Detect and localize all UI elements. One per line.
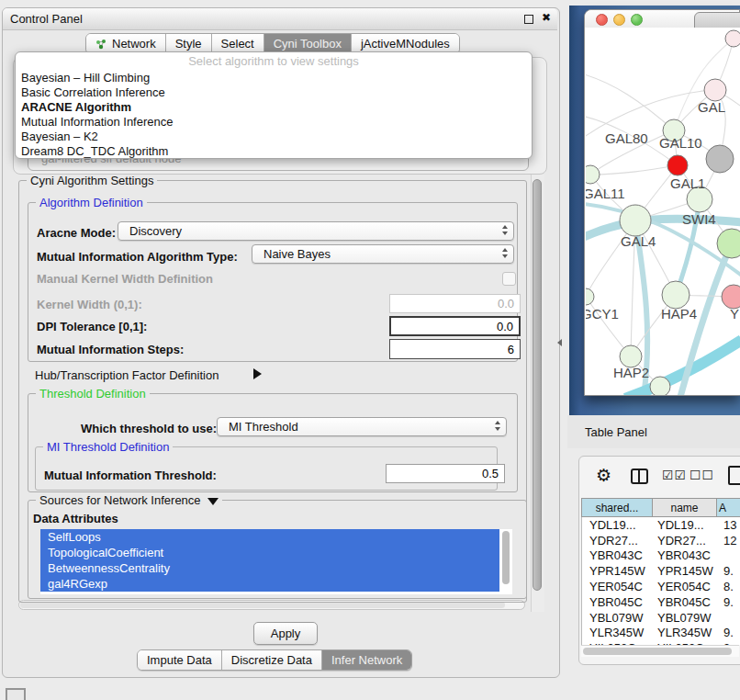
network-node-gray[interactable] bbox=[706, 145, 734, 173]
hub-expander-arrow-icon[interactable] bbox=[253, 368, 262, 379]
node-label: GAL bbox=[698, 99, 725, 115]
column-header-partial[interactable]: A bbox=[717, 498, 740, 517]
network-tab-icon bbox=[95, 39, 107, 50]
tab-discretize-data[interactable]: Discretize Data bbox=[221, 650, 321, 670]
settings-horizontal-scrollbar-thumb[interactable] bbox=[20, 602, 505, 608]
minimize-traffic-light-icon[interactable] bbox=[613, 14, 625, 26]
hub-definition-expander[interactable]: Hub/Transcription Factor Definition bbox=[35, 368, 219, 382]
attribute-item-selected[interactable]: TopologicalCoefficient bbox=[40, 545, 499, 560]
cell: YER054C bbox=[582, 580, 654, 593]
cell: 9. bbox=[718, 595, 740, 609]
aracne-mode-value: Discovery bbox=[129, 224, 182, 238]
network-node-labels: GAL80 GAL10 GAL11 GAL1 SWI4 GAL4 GCY1 HA… bbox=[586, 99, 739, 380]
node-label: GCY1 bbox=[586, 306, 619, 322]
select-none-icon[interactable]: ☐☐ bbox=[690, 468, 714, 482]
sources-legend-text: Sources for Network Inference bbox=[39, 493, 201, 507]
mi-type-combo[interactable]: Naive Bayes bbox=[252, 244, 514, 264]
zoom-traffic-light-icon[interactable] bbox=[631, 14, 643, 26]
network-window-titlebar[interactable] bbox=[585, 10, 739, 28]
kernel-width-field[interactable]: 0.0 bbox=[389, 294, 521, 313]
tab-jactivemnodules[interactable]: jActiveMNodules bbox=[351, 34, 459, 53]
panel-splitter-handle[interactable] bbox=[557, 339, 562, 346]
network-nodes[interactable] bbox=[586, 30, 740, 395]
table-horizontal-scrollbar-thumb[interactable] bbox=[583, 648, 732, 655]
network-node[interactable] bbox=[650, 377, 670, 395]
network-node[interactable] bbox=[620, 205, 651, 236]
table-row[interactable]: YBR043CYBR043C bbox=[582, 548, 740, 564]
attribute-item-selected[interactable]: SelfLoops bbox=[40, 529, 499, 545]
tab-style-label: Style bbox=[175, 37, 202, 51]
column-header-name[interactable]: name bbox=[653, 498, 717, 517]
network-node[interactable] bbox=[725, 30, 740, 47]
algorithm-option[interactable]: Bayesian – K2 bbox=[16, 130, 532, 144]
control-panel-titlebar[interactable]: Control Panel ✖ bbox=[3, 8, 557, 30]
minimized-panel-icon[interactable] bbox=[6, 688, 26, 700]
mi-threshold-legend: MI Threshold Definition bbox=[43, 440, 173, 454]
cell: YBR045C bbox=[654, 595, 718, 609]
table-panel-titlebar[interactable]: Table Panel bbox=[567, 415, 740, 448]
attributes-list-scrollbar[interactable] bbox=[501, 531, 510, 592]
column-header-shared[interactable]: shared... bbox=[581, 498, 653, 517]
control-panel-title: Control Panel bbox=[10, 12, 83, 26]
which-threshold-combo[interactable]: MI Threshold bbox=[217, 417, 507, 436]
aracne-mode-combo[interactable]: Discovery bbox=[118, 221, 514, 241]
tab-style[interactable]: Style bbox=[165, 34, 211, 53]
cell: YDL19... bbox=[654, 518, 718, 532]
document-icon[interactable] bbox=[728, 466, 740, 485]
attributes-list-scrollbar-thumb[interactable] bbox=[502, 531, 510, 584]
tab-network[interactable]: Network bbox=[86, 34, 165, 53]
algorithm-option[interactable]: Mutual Information Inference bbox=[16, 115, 532, 130]
network-desktop-background: GAL80 GAL10 GAL11 GAL1 SWI4 GAL4 GCY1 HA… bbox=[569, 6, 740, 415]
table-horizontal-scrollbar[interactable] bbox=[581, 645, 739, 657]
network-view-window[interactable]: GAL80 GAL10 GAL11 GAL1 SWI4 GAL4 GCY1 HA… bbox=[584, 9, 740, 396]
kernel-width-label: Kernel Width (0,1): bbox=[37, 298, 142, 311]
table-row[interactable]: YBR045CYBR045C9. bbox=[582, 594, 740, 610]
app-root: Control Panel ✖ Network Style Select Cyn… bbox=[0, 0, 740, 700]
float-icon[interactable] bbox=[524, 15, 533, 24]
data-attributes-list[interactable]: SelfLoops TopologicalCoefficient Between… bbox=[40, 529, 512, 594]
algorithm-option[interactable]: Bayesian – Hill Climbing bbox=[16, 71, 532, 85]
algorithm-option[interactable]: Basic Correlation Inference bbox=[16, 85, 532, 100]
combo-arrows-icon bbox=[502, 225, 508, 235]
which-threshold-value: MI Threshold bbox=[229, 420, 298, 434]
table-row[interactable]: YDR27...YDR27...12 bbox=[582, 533, 740, 548]
mi-threshold-value: 0.5 bbox=[482, 467, 499, 480]
tab-select[interactable]: Select bbox=[211, 34, 263, 53]
network-canvas[interactable]: GAL80 GAL10 GAL11 GAL1 SWI4 GAL4 GCY1 HA… bbox=[586, 28, 740, 395]
close-icon[interactable]: ✖ bbox=[542, 11, 551, 24]
network-node-red[interactable] bbox=[667, 155, 688, 175]
table-row[interactable]: YER054CYER054C8. bbox=[582, 579, 740, 594]
network-node[interactable] bbox=[586, 288, 594, 305]
select-all-icon[interactable]: ☑☑ bbox=[662, 468, 687, 482]
tab-network-label: Network bbox=[112, 37, 156, 51]
attribute-item-selected[interactable]: BetweennessCentrality bbox=[40, 560, 499, 576]
mi-steps-field[interactable]: 6 bbox=[389, 339, 521, 359]
tab-cyni-toolbox[interactable]: Cyni Toolbox bbox=[263, 34, 351, 53]
tab-impute-data[interactable]: Impute Data bbox=[138, 650, 221, 670]
attribute-item-selected[interactable]: gal4RGexp bbox=[40, 576, 499, 592]
network-node[interactable] bbox=[717, 229, 740, 258]
manual-kernel-checkbox[interactable] bbox=[502, 272, 516, 286]
algorithm-option-selected[interactable]: ARACNE Algorithm bbox=[16, 100, 532, 115]
algorithm-option[interactable]: Dream8 DC_TDC Algorithm bbox=[16, 144, 532, 159]
mi-type-value: Naive Bayes bbox=[263, 247, 331, 261]
network-node[interactable] bbox=[662, 281, 690, 309]
settings-vertical-scrollbar-thumb[interactable] bbox=[533, 179, 542, 591]
split-columns-icon[interactable] bbox=[631, 469, 648, 484]
table-row[interactable]: YDL19...YDL19...13 bbox=[582, 517, 740, 533]
gear-icon[interactable]: ⚙ bbox=[596, 465, 611, 486]
tab-infer-network[interactable]: Infer Network bbox=[321, 650, 411, 670]
apply-button[interactable]: Apply bbox=[253, 622, 318, 645]
table-row[interactable]: YBL079WYBL079W bbox=[582, 610, 740, 626]
mi-threshold-field[interactable]: 0.5 bbox=[386, 464, 505, 483]
settings-vertical-scrollbar[interactable] bbox=[531, 175, 544, 612]
dpi-tolerance-field[interactable]: 0.0 bbox=[389, 316, 521, 336]
table-row[interactable]: YLR345WYLR345W9. bbox=[582, 626, 740, 641]
close-traffic-light-icon[interactable] bbox=[596, 14, 608, 26]
table-rows[interactable]: YDL19...YDL19...13 YDR27...YDR27...12 YB… bbox=[581, 517, 740, 645]
table-row[interactable]: YPR145WYPR145W9. bbox=[582, 563, 740, 579]
sources-collapse-arrow-icon[interactable] bbox=[207, 498, 219, 505]
network-node[interactable] bbox=[586, 165, 600, 184]
cell: YLR345W bbox=[654, 626, 718, 639]
network-node[interactable] bbox=[704, 79, 726, 101]
